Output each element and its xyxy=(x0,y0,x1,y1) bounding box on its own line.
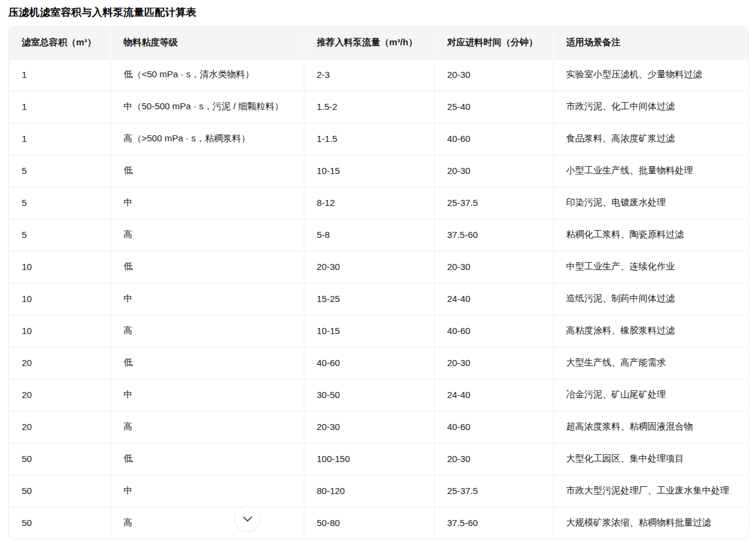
cell-remark: 小型工业生产线、批量物料处理 xyxy=(553,155,749,187)
cell-viscosity: 中 xyxy=(111,187,304,219)
cell-viscosity: 中 xyxy=(111,379,304,411)
cell-volume: 20 xyxy=(9,347,111,379)
cell-volume: 10 xyxy=(9,283,111,315)
cell-flow: 50-80 xyxy=(304,507,434,539)
cell-viscosity: 中 xyxy=(111,283,304,315)
cell-viscosity: 中（50-500 mPa · s，污泥 / 细颗粒料） xyxy=(111,91,304,123)
cell-viscosity: 高（>500 mPa · s，粘稠浆料） xyxy=(111,123,304,155)
cell-time: 40-60 xyxy=(434,123,553,155)
cell-viscosity: 高 xyxy=(111,315,304,347)
cell-volume: 50 xyxy=(9,475,111,507)
cell-flow: 100-150 xyxy=(304,443,434,475)
cell-volume: 20 xyxy=(9,379,111,411)
table-row: 50 低 100-150 20-30 大型化工园区、集中处理项目 xyxy=(9,443,749,475)
cell-volume: 5 xyxy=(9,219,111,251)
cell-flow: 2-3 xyxy=(304,59,434,91)
matching-table: 滤室总容积（m³） 物料粘度等级 推荐入料泵流量（m³/h） 对应进料时间（分钟… xyxy=(8,27,749,539)
cell-volume: 1 xyxy=(9,123,111,155)
cell-volume: 1 xyxy=(9,91,111,123)
cell-flow: 1-1.5 xyxy=(304,123,434,155)
cell-time: 20-30 xyxy=(434,347,553,379)
table-row: 1 高（>500 mPa · s，粘稠浆料） 1-1.5 40-60 食品浆料、… xyxy=(9,123,749,155)
cell-flow: 20-30 xyxy=(304,251,434,283)
cell-remark: 大规模矿浆浓缩、粘稠物料批量过滤 xyxy=(553,507,749,539)
table-row: 50 中 80-120 25-37.5 市政大型污泥处理厂、工业废水集中处理 xyxy=(9,475,749,507)
header-viscosity-grade: 物料粘度等级 xyxy=(111,27,304,59)
cell-remark: 造纸污泥、制药中间体过滤 xyxy=(553,283,749,315)
cell-flow: 20-30 xyxy=(304,411,434,443)
cell-volume: 50 xyxy=(9,443,111,475)
header-scenario-remark: 适用场景备注 xyxy=(553,27,749,59)
cell-flow: 5-8 xyxy=(304,219,434,251)
cell-flow: 10-15 xyxy=(304,155,434,187)
cell-time: 40-60 xyxy=(434,315,553,347)
cell-viscosity: 高 xyxy=(111,507,304,539)
cell-remark: 市政大型污泥处理厂、工业废水集中处理 xyxy=(553,475,749,507)
cell-viscosity: 低（<50 mPa · s，清水类物料） xyxy=(111,59,304,91)
cell-volume: 5 xyxy=(9,155,111,187)
cell-remark: 大型化工园区、集中处理项目 xyxy=(553,443,749,475)
cell-remark: 超高浓度浆料、粘稠固液混合物 xyxy=(553,411,749,443)
table-row: 20 中 30-50 24-40 冶金污泥、矿山尾矿处理 xyxy=(9,379,749,411)
cell-volume: 1 xyxy=(9,59,111,91)
cell-time: 40-60 xyxy=(434,411,553,443)
cell-volume: 50 xyxy=(9,507,111,539)
cell-flow: 8-12 xyxy=(304,187,434,219)
cell-time: 37.5-60 xyxy=(434,507,553,539)
cell-flow: 40-60 xyxy=(304,347,434,379)
cell-time: 20-30 xyxy=(434,443,553,475)
cell-remark: 实验室小型压滤机、少量物料过滤 xyxy=(553,59,749,91)
cell-remark: 冶金污泥、矿山尾矿处理 xyxy=(553,379,749,411)
table-row: 5 高 5-8 37.5-60 粘稠化工浆料、陶瓷原料过滤 xyxy=(9,219,749,251)
header-feed-time: 对应进料时间（分钟） xyxy=(434,27,553,59)
table-row: 10 中 15-25 24-40 造纸污泥、制药中间体过滤 xyxy=(9,283,749,315)
cell-remark: 市政污泥、化工中间体过滤 xyxy=(553,91,749,123)
cell-time: 20-30 xyxy=(434,251,553,283)
table-row: 10 高 10-15 40-60 高粘度涂料、橡胶浆料过滤 xyxy=(9,315,749,347)
cell-flow: 30-50 xyxy=(304,379,434,411)
cell-viscosity: 低 xyxy=(111,347,304,379)
cell-time: 25-37.5 xyxy=(434,475,553,507)
cell-flow: 15-25 xyxy=(304,283,434,315)
cell-volume: 20 xyxy=(9,411,111,443)
cell-time: 37.5-60 xyxy=(434,219,553,251)
cell-volume: 10 xyxy=(9,315,111,347)
table-row: 20 低 40-60 20-30 大型生产线、高产能需求 xyxy=(9,347,749,379)
page-title: 压滤机滤室容积与入料泵流量匹配计算表 xyxy=(8,5,756,19)
cell-time: 25-40 xyxy=(434,91,553,123)
table-row: 5 中 8-12 25-37.5 印染污泥、电镀废水处理 xyxy=(9,187,749,219)
cell-time: 24-40 xyxy=(434,379,553,411)
cell-flow: 10-15 xyxy=(304,315,434,347)
table-header-row: 滤室总容积（m³） 物料粘度等级 推荐入料泵流量（m³/h） 对应进料时间（分钟… xyxy=(9,27,749,59)
cell-time: 24-40 xyxy=(434,283,553,315)
cell-viscosity: 中 xyxy=(111,475,304,507)
cell-time: 25-37.5 xyxy=(434,187,553,219)
header-pump-flow: 推荐入料泵流量（m³/h） xyxy=(304,27,434,59)
table-row: 1 低（<50 mPa · s，清水类物料） 2-3 20-30 实验室小型压滤… xyxy=(9,59,749,91)
cell-remark: 印染污泥、电镀废水处理 xyxy=(553,187,749,219)
cell-viscosity: 低 xyxy=(111,443,304,475)
cell-time: 20-30 xyxy=(434,59,553,91)
cell-viscosity: 低 xyxy=(111,251,304,283)
expand-table-button[interactable] xyxy=(234,506,260,532)
cell-viscosity: 高 xyxy=(111,411,304,443)
cell-time: 20-30 xyxy=(434,155,553,187)
cell-remark: 高粘度涂料、橡胶浆料过滤 xyxy=(553,315,749,347)
table-row: 1 中（50-500 mPa · s，污泥 / 细颗粒料） 1.5-2 25-4… xyxy=(9,91,749,123)
cell-remark: 中型工业生产、连续化作业 xyxy=(553,251,749,283)
chevron-down-icon xyxy=(243,516,252,522)
header-chamber-volume: 滤室总容积（m³） xyxy=(9,27,111,59)
cell-volume: 5 xyxy=(9,187,111,219)
cell-remark: 食品浆料、高浓度矿浆过滤 xyxy=(553,123,749,155)
cell-volume: 10 xyxy=(9,251,111,283)
table-row: 20 高 20-30 40-60 超高浓度浆料、粘稠固液混合物 xyxy=(9,411,749,443)
cell-viscosity: 低 xyxy=(111,155,304,187)
cell-flow: 1.5-2 xyxy=(304,91,434,123)
cell-remark: 粘稠化工浆料、陶瓷原料过滤 xyxy=(553,219,749,251)
cell-viscosity: 高 xyxy=(111,219,304,251)
table-row: 10 低 20-30 20-30 中型工业生产、连续化作业 xyxy=(9,251,749,283)
cell-flow: 80-120 xyxy=(304,475,434,507)
cell-remark: 大型生产线、高产能需求 xyxy=(553,347,749,379)
table-row: 5 低 10-15 20-30 小型工业生产线、批量物料处理 xyxy=(9,155,749,187)
table-row: 50 高 50-80 37.5-60 大规模矿浆浓缩、粘稠物料批量过滤 xyxy=(9,507,749,539)
